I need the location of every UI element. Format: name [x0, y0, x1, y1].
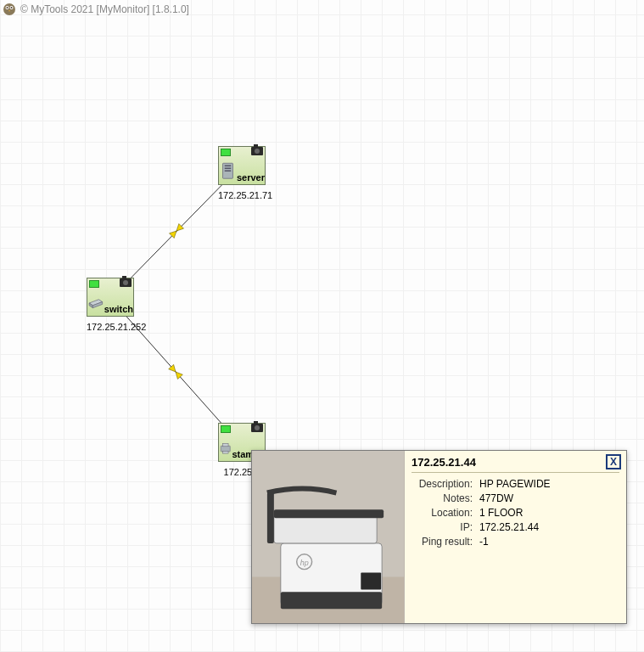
info-key: Location: [412, 507, 479, 519]
info-val: -1 [479, 536, 489, 548]
status-led-green [221, 149, 231, 156]
node-ip: 172.25.21.252 [87, 322, 146, 332]
printer-icon [219, 436, 232, 461]
info-key: Notes: [412, 492, 479, 504]
camera-icon [120, 278, 132, 287]
info-val: 1 FLOOR [479, 507, 523, 519]
camera-icon [251, 424, 263, 432]
node-label: server [237, 173, 265, 183]
switch-icon [87, 290, 104, 316]
info-row-ping: Ping result: -1 [412, 536, 619, 548]
info-val: HP PAGEWIDE [479, 478, 551, 490]
svg-rect-14 [225, 171, 231, 171]
info-key: IP: [412, 521, 479, 533]
device-photo: hp [252, 451, 405, 623]
device-info-popup: hp 172.25.21.44 X Description: HP PAGEWI… [251, 450, 627, 624]
node-server-box[interactable]: server [218, 146, 266, 185]
node-switch-box[interactable]: switch [87, 278, 134, 317]
svg-rect-27 [274, 509, 384, 518]
node-ip: 172.25.21.71 [218, 190, 272, 200]
status-led-green [89, 280, 99, 288]
info-val: 172.25.21.44 [479, 521, 539, 533]
svg-rect-25 [361, 573, 381, 590]
node-label: switch [104, 305, 133, 314]
device-info-title: 172.25.21.44 [412, 456, 619, 473]
svg-point-3 [7, 7, 8, 8]
svg-point-0 [3, 3, 15, 15]
window-title: © MyTools 2021 [MyMonitor] [1.8.1.0] [20, 3, 189, 15]
svg-rect-18 [221, 446, 230, 452]
svg-rect-13 [225, 168, 231, 169]
info-row-notes: Notes: 477DW [412, 492, 619, 504]
info-row-ip: IP: 172.25.21.44 [412, 521, 619, 533]
svg-rect-12 [225, 166, 231, 166]
close-button[interactable]: X [606, 454, 621, 469]
svg-rect-24 [281, 592, 382, 609]
svg-rect-26 [274, 514, 377, 543]
info-row-location: Location: 1 FLOOR [412, 507, 619, 519]
info-key: Description: [412, 478, 479, 490]
svg-rect-19 [222, 443, 228, 446]
svg-rect-28 [267, 493, 274, 543]
camera-icon [251, 147, 263, 155]
svg-point-4 [11, 7, 13, 8]
info-key: Ping result: [412, 536, 479, 548]
info-row-description: Description: HP PAGEWIDE [412, 478, 619, 490]
device-info-panel: 172.25.21.44 X Description: HP PAGEWIDE … [405, 451, 626, 623]
svg-text:hp: hp [300, 559, 309, 567]
node-switch[interactable]: switch 172.25.21.252 [87, 278, 146, 332]
node-server[interactable]: server 172.25.21.71 [218, 146, 272, 200]
info-val: 477DW [479, 492, 513, 504]
owl-icon [3, 3, 16, 16]
server-icon [219, 159, 237, 184]
svg-rect-20 [222, 451, 228, 453]
window-titlebar: © MyTools 2021 [MyMonitor] [1.8.1.0] [3, 3, 189, 16]
status-led-green [221, 425, 231, 433]
